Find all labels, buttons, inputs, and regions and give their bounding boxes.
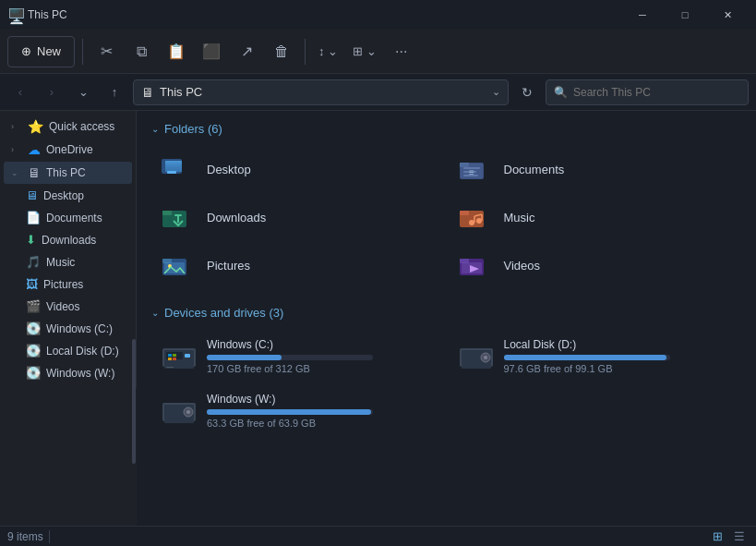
more-button[interactable]: ··· (386, 36, 417, 67)
delete-button[interactable]: 🗑 (266, 36, 297, 67)
grid-view-button[interactable]: ⊞ (708, 528, 726, 545)
paste-button[interactable]: 📋 (161, 36, 192, 67)
view-button[interactable]: ⊞ ⌄ (347, 36, 382, 67)
svg-rect-37 (173, 354, 176, 357)
sidebar-label-pictures: Pictures (43, 278, 83, 291)
sidebar-label-windows-c: Windows (C:) (46, 322, 113, 335)
copy-button[interactable]: ⧉ (126, 36, 157, 67)
sidebar-item-windows-c[interactable]: 💽 Windows (C:) (4, 318, 132, 339)
back-button[interactable]: ‹ (7, 79, 33, 105)
desktop-folder-icon: 🖥 (26, 188, 38, 202)
sidebar-scrollbar-thumb[interactable] (132, 339, 136, 464)
svg-rect-47 (164, 419, 194, 423)
drive-item-local-d[interactable]: Local Disk (D:) 97.6 GB free of 99.1 GB (449, 331, 742, 382)
address-path[interactable]: 🖥 This PC ⌄ (133, 79, 509, 105)
drive-c-icon: 💽 (26, 322, 41, 335)
sidebar-item-local-d[interactable]: 💽 Local Disk (D:) (4, 340, 132, 361)
maximize-button[interactable]: □ (664, 0, 706, 30)
svg-rect-33 (185, 354, 190, 358)
desktop-folder-svg (162, 155, 197, 183)
folder-item-documents[interactable]: ≡ Documents (449, 147, 742, 191)
sidebar-label-this-pc: This PC (46, 166, 86, 179)
svg-rect-42 (462, 365, 491, 369)
drive-w-bar-fill (207, 409, 371, 415)
drive-c-info: Windows (C:) 170 GB free of 312 GB (207, 338, 436, 374)
folder-item-pictures[interactable]: Pictures (151, 243, 445, 287)
svg-rect-39 (173, 358, 176, 360)
rename-button[interactable]: ⬛ (196, 36, 227, 67)
search-box[interactable]: 🔍 (546, 79, 749, 105)
folders-title: Folders (6) (164, 122, 222, 136)
svg-point-49 (186, 410, 190, 414)
documents-folder-icon: 📄 (26, 211, 41, 224)
sidebar-item-desktop[interactable]: 🖥 Desktop (4, 185, 132, 206)
folder-item-desktop[interactable]: Desktop (151, 147, 445, 191)
sidebar-item-quick-access[interactable]: › ⭐ Quick access (4, 115, 132, 138)
path-pc-icon: 🖥 (141, 85, 154, 100)
docs-icon-wrap: ≡ (458, 154, 495, 184)
cut-button[interactable]: ✂ (90, 36, 122, 67)
drive-w-icon-wrap (161, 394, 198, 428)
folder-item-downloads[interactable]: Downloads (151, 195, 445, 239)
folders-toggle[interactable]: ⌄ (151, 124, 159, 134)
svg-rect-16 (460, 211, 469, 215)
status-separator (49, 530, 50, 543)
music-folder-svg (459, 203, 494, 231)
item-count: 9 items (7, 530, 43, 543)
folders-section-header: ⌄ Folders (6) (151, 122, 741, 136)
recent-button[interactable]: ⌄ (70, 79, 96, 105)
quick-access-icon: ⭐ (28, 119, 43, 134)
sidebar-item-this-pc[interactable]: ⌄ 🖥 This PC (4, 162, 132, 184)
videos-label: Videos (504, 259, 541, 273)
svg-rect-24 (164, 262, 185, 273)
sidebar-item-music[interactable]: 🎵 Music (4, 251, 132, 273)
desktop-icon-wrap (161, 154, 198, 184)
up-button[interactable]: ↑ (102, 79, 127, 105)
drive-w-info: Windows (W:) 63.3 GB free of 63.9 GB (207, 393, 436, 429)
toolbar: ⊕ New ✂ ⧉ 📋 ⬛ ↗ 🗑 ↕ ⌄ ⊞ ⌄ ··· (0, 30, 756, 74)
svg-point-44 (484, 356, 487, 359)
svg-rect-35 (166, 367, 174, 368)
search-input[interactable] (573, 86, 740, 99)
svg-rect-3 (167, 171, 176, 174)
sidebar-item-videos[interactable]: 🎬 Videos (4, 296, 132, 317)
path-text: This PC (160, 85, 486, 99)
documents-label: Documents (504, 163, 565, 176)
sidebar-item-windows-w[interactable]: 💽 Windows (W:) (4, 362, 132, 383)
minimize-button[interactable]: ─ (621, 0, 664, 30)
window-controls: ─ □ ✕ (621, 0, 749, 30)
pics-icon-wrap (161, 250, 198, 280)
new-button[interactable]: ⊕ New (7, 36, 75, 67)
view-controls: ⊞ ☰ (708, 528, 749, 545)
drives-toggle[interactable]: ⌄ (151, 308, 159, 318)
drive-c-svg (161, 341, 198, 372)
drive-d-icon-wrap (458, 340, 495, 373)
main-area: › ⭐ Quick access › ☁ OneDrive ⌄ 🖥 This P… (0, 111, 756, 526)
forward-button[interactable]: › (39, 79, 65, 105)
sidebar-item-pictures[interactable]: 🖼 Pictures (4, 273, 132, 295)
sidebar-item-onedrive[interactable]: › ☁ OneDrive (4, 139, 132, 161)
desktop-label: Desktop (207, 163, 251, 176)
folder-item-music[interactable]: Music (449, 195, 742, 239)
close-button[interactable]: ✕ (706, 0, 749, 30)
window-title: This PC (28, 8, 621, 21)
folder-item-videos[interactable]: Videos (449, 243, 742, 287)
list-view-button[interactable]: ☰ (730, 528, 749, 545)
content-area: ⌄ Folders (6) Desktop (137, 111, 756, 526)
title-bar: 🖥️ This PC ─ □ ✕ (0, 0, 756, 30)
drive-w-space: 63.3 GB free of 63.9 GB (207, 418, 436, 429)
sidebar-item-documents[interactable]: 📄 Documents (4, 207, 132, 228)
music-folder-icon: 🎵 (26, 255, 41, 269)
drive-item-windows-w[interactable]: Windows (W:) 63.3 GB free of 63.9 GB (151, 385, 445, 436)
refresh-button[interactable]: ↻ (514, 79, 540, 105)
drive-c-icon-wrap (161, 340, 198, 373)
drive-w-bar-bg (207, 409, 373, 415)
svg-point-18 (476, 218, 482, 224)
music-label: Music (504, 211, 535, 224)
svg-text:≡: ≡ (469, 167, 474, 177)
share-button[interactable]: ↗ (231, 36, 262, 67)
drive-item-windows-c[interactable]: Windows (C:) 170 GB free of 312 GB (151, 331, 445, 382)
sort-button[interactable]: ↕ ⌄ (313, 36, 343, 67)
sidebar-item-downloads[interactable]: ⬇ Downloads (4, 229, 132, 250)
drive-d-svg (458, 341, 495, 372)
